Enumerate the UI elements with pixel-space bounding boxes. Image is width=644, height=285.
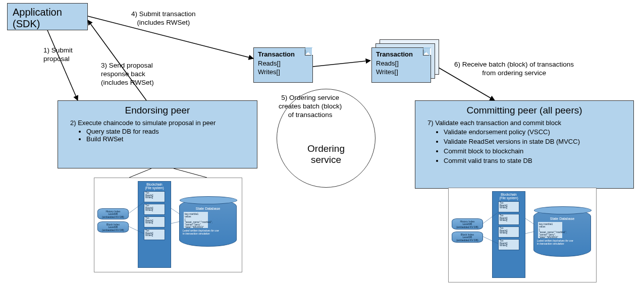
step-6-label: 6) Receive batch (block) of transactions… bbox=[454, 61, 574, 78]
svg-line-5 bbox=[129, 168, 151, 178]
history-index-left: History Index LevelDB (embedded KV DB) bbox=[97, 208, 129, 219]
state-db-note-right: Latest written key/values for use in tra… bbox=[537, 240, 587, 245]
blockchain-hdr-right: Blockchain (File system) bbox=[494, 193, 524, 200]
committing-bullet-3: Commit valid trans to state DB bbox=[444, 156, 628, 166]
step-4-label: 4) Submit transaction (includes RWSet) bbox=[131, 10, 196, 27]
step-3-label: 3) Send proposal response back (includes… bbox=[101, 62, 154, 87]
endorsing-bullet-1: Build RWSet bbox=[86, 135, 252, 143]
ledger-diagram-committing: History Index LevelDB (embedded KV DB) B… bbox=[448, 188, 597, 282]
committing-bullet-1: Validate ReadSet versions in state DB (M… bbox=[444, 137, 628, 147]
endorsing-bullet-0: Query state DB for reads bbox=[86, 128, 252, 135]
blockchain-hdr-left: Blockchain (File system) bbox=[139, 183, 170, 190]
tiny-tx-left-1: Txn Reads[] Writes[] bbox=[144, 204, 165, 215]
tx-writes: Writes[] bbox=[258, 68, 280, 76]
committing-bullets: Validate endorsement policy (VSCC) Valid… bbox=[436, 128, 628, 165]
tiny-tx-right-2: Txn Reads[] Writes[] bbox=[498, 226, 519, 238]
state-db-title-right: State Database bbox=[537, 217, 587, 220]
endorsing-bullets: Query state DB for reads Build RWSet bbox=[78, 128, 252, 143]
application-label-1: Application bbox=[13, 7, 82, 18]
tiny-tx-right-0: Txn Reads[] Writes[] bbox=[498, 201, 519, 212]
tiny-tx-right-3: Txn Reads[] Writes[] bbox=[498, 239, 519, 250]
ordering-service-circle: Ordering service bbox=[277, 89, 375, 188]
committing-step7-line: 7) Validate each transaction and commit … bbox=[427, 119, 628, 127]
state-db-note-left: Latest written key/values for use in tra… bbox=[183, 230, 233, 235]
state-db-kv-left: key:marble1 value: { "asset_name":"marbl… bbox=[184, 212, 208, 228]
committing-peer-title: Committing peer (all peers) bbox=[420, 105, 628, 116]
committing-peer-box: Committing peer (all peers) 7) Validate … bbox=[415, 100, 634, 189]
endorsing-step2-line: 2) Execute chaincode to simulate proposa… bbox=[70, 119, 252, 127]
tiny-tx-left-2: Txn Reads[] Writes[] bbox=[144, 216, 165, 227]
svg-line-1 bbox=[88, 20, 146, 100]
committing-bullet-2: Commit block to blockchain bbox=[444, 147, 628, 156]
tx-stack-reads: Reads[] bbox=[376, 60, 399, 67]
tiny-tx-left-3: Txn Reads[] Writes[] bbox=[144, 229, 165, 240]
step-1-label: 1) Submit proposal bbox=[43, 46, 73, 64]
transaction-card-stack-1: Transaction Reads[] Writes[] bbox=[371, 47, 431, 83]
endorsing-peer-box: Endorsing peer 2) Execute chaincode to s… bbox=[58, 100, 257, 168]
tx-stack-title: Transaction bbox=[376, 50, 413, 58]
state-database-left: State Database key:marble1 value: { "ass… bbox=[179, 199, 237, 247]
blockchain-column-left: Blockchain (File system) Txn Reads[] Wri… bbox=[138, 181, 171, 268]
svg-line-3 bbox=[313, 61, 370, 67]
state-database-right: State Database key:marble1 value: { "ass… bbox=[533, 209, 591, 257]
committing-bullet-0: Validate endorsement policy (VSCC) bbox=[444, 128, 628, 137]
tx-stack-writes: Writes[] bbox=[376, 68, 398, 76]
svg-line-0 bbox=[47, 30, 78, 100]
tx-title: Transaction bbox=[258, 50, 295, 58]
block-index-left: Block Index LevelDB (embedded KV DB) bbox=[97, 221, 129, 233]
tiny-tx-left-0: Txn Reads[] Writes[] bbox=[144, 191, 165, 202]
application-sdk-box: Application (SDK) bbox=[7, 3, 88, 30]
state-db-title-left: State Database bbox=[183, 207, 233, 210]
endorsing-peer-title: Endorsing peer bbox=[63, 105, 252, 116]
application-label-2: (SDK) bbox=[13, 18, 82, 30]
transaction-card-single: Transaction Reads[] Writes[] bbox=[253, 47, 313, 83]
blockchain-column-right: Blockchain (File system) Txn Reads[] Wri… bbox=[492, 191, 525, 278]
tiny-tx-right-1: Txn Reads[] Writes[] bbox=[498, 214, 519, 225]
state-db-kv-right: key:marble1 value: { "asset_name":"marbl… bbox=[538, 222, 562, 238]
history-index-right: History Index LevelDB (embedded KV DB) bbox=[452, 218, 483, 230]
svg-line-6 bbox=[174, 168, 207, 178]
block-index-right: Block Index LevelDB (embedded KV DB) bbox=[452, 232, 483, 243]
tx-reads: Reads[] bbox=[258, 60, 281, 67]
ordering-service-label: Ordering service bbox=[307, 143, 345, 165]
ledger-diagram-endorsing: History Index LevelDB (embedded KV DB) B… bbox=[94, 178, 242, 272]
